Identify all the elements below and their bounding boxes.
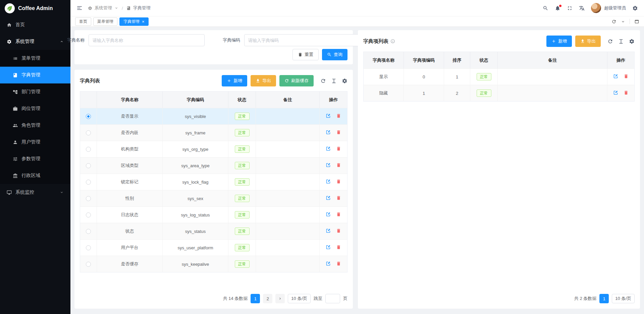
refresh-icon[interactable] bbox=[320, 78, 326, 84]
refresh-icon[interactable] bbox=[607, 39, 613, 44]
tab-tools bbox=[611, 19, 639, 24]
table-row[interactable]: 隐藏 1 2 正常 bbox=[364, 85, 634, 101]
row-radio-button[interactable] bbox=[86, 212, 91, 217]
sidebar-item-home[interactable]: 首页 bbox=[0, 16, 70, 33]
page-size-select[interactable]: 10 条/页 bbox=[612, 294, 635, 303]
sidebar-item-menu-mgmt[interactable]: 菜单管理 bbox=[0, 50, 70, 67]
delete-icon[interactable] bbox=[336, 261, 341, 267]
table-row[interactable]: 用户平台 sys_user_platform 正常 bbox=[80, 239, 347, 256]
sidebar-item-dept-mgmt[interactable]: 部门管理 bbox=[0, 83, 70, 100]
app-logo[interactable]: Coffee Admin bbox=[0, 0, 70, 16]
table-row[interactable]: 是否缓存 sys_keepalive 正常 bbox=[80, 256, 347, 272]
table-row[interactable]: 状态 sys_status 正常 bbox=[80, 223, 347, 239]
edit-icon[interactable] bbox=[613, 90, 618, 96]
query-button[interactable]: 查询 bbox=[322, 49, 347, 60]
edit-icon[interactable] bbox=[326, 212, 331, 218]
delete-icon[interactable] bbox=[624, 90, 629, 96]
edit-icon[interactable] bbox=[326, 261, 331, 267]
row-radio-button[interactable] bbox=[86, 114, 91, 119]
tab-dict-mgmt[interactable]: 字典管理× bbox=[119, 17, 149, 26]
table-row[interactable]: 机构类型 sys_org_type 正常 bbox=[80, 141, 347, 157]
row-radio-button[interactable] bbox=[86, 130, 91, 135]
sidebar-item-role-mgmt[interactable]: 角色管理 bbox=[0, 117, 70, 134]
edit-icon[interactable] bbox=[326, 195, 331, 201]
table-row[interactable]: 性别 sys_sex 正常 bbox=[80, 190, 347, 206]
delete-icon[interactable] bbox=[336, 195, 341, 201]
table-row[interactable]: 日志状态 sys_log_status 正常 bbox=[80, 206, 347, 223]
settings-gear-icon[interactable] bbox=[342, 78, 347, 84]
fullscreen-icon[interactable] bbox=[567, 5, 573, 11]
row-radio-button[interactable] bbox=[86, 196, 91, 201]
export-dict-item-button[interactable]: 导出 bbox=[575, 36, 601, 47]
delete-icon[interactable] bbox=[336, 113, 341, 119]
page-size-select[interactable]: 10 条/页 bbox=[288, 294, 311, 303]
search-icon[interactable] bbox=[543, 5, 548, 11]
page-button-1[interactable]: 1 bbox=[251, 294, 260, 303]
row-radio-button[interactable] bbox=[86, 245, 91, 250]
row-radio-button[interactable] bbox=[86, 163, 91, 168]
next-page-button[interactable] bbox=[275, 294, 285, 303]
page-button-2[interactable]: 2 bbox=[263, 294, 272, 303]
column-settings-icon[interactable] bbox=[618, 39, 624, 44]
notification-bell-icon[interactable] bbox=[555, 5, 560, 11]
tab-menu-mgmt[interactable]: 菜单管理 bbox=[93, 17, 117, 26]
edit-icon[interactable] bbox=[613, 74, 618, 80]
tab-home[interactable]: 首页 bbox=[75, 17, 91, 26]
table-row[interactable]: 锁定标记 sys_lock_flag 正常 bbox=[80, 174, 347, 190]
dict-items-title: 字典项列表 bbox=[363, 38, 388, 45]
table-row[interactable]: 显示 0 1 正常 bbox=[364, 68, 634, 85]
table-row[interactable]: 区域类型 sys_area_type 正常 bbox=[80, 157, 347, 174]
page-button-1[interactable]: 1 bbox=[599, 294, 609, 303]
delete-icon[interactable] bbox=[336, 130, 341, 136]
refresh-icon[interactable] bbox=[611, 19, 616, 24]
username[interactable]: 超级管理员 bbox=[604, 5, 626, 11]
sidebar-item-user-mgmt[interactable]: 用户管理 bbox=[0, 134, 70, 150]
info-icon[interactable] bbox=[390, 39, 395, 44]
delete-icon[interactable] bbox=[624, 74, 629, 80]
delete-icon[interactable] bbox=[336, 163, 341, 169]
row-radio-button[interactable] bbox=[86, 229, 91, 234]
breadcrumb-level1[interactable]: 系统管理 bbox=[95, 5, 112, 11]
translate-icon[interactable] bbox=[579, 5, 585, 11]
sidebar-collapse-icon[interactable] bbox=[76, 5, 83, 11]
edit-icon[interactable] bbox=[326, 228, 331, 234]
edit-icon[interactable] bbox=[326, 130, 331, 136]
delete-icon[interactable] bbox=[336, 179, 341, 185]
chevron-down-icon[interactable] bbox=[621, 19, 625, 24]
sidebar-item-post-mgmt[interactable]: 岗位管理 bbox=[0, 100, 70, 117]
add-dict-item-button[interactable]: 新增 bbox=[546, 36, 572, 47]
sidebar-item-dict-mgmt[interactable]: 字典管理 bbox=[0, 67, 70, 83]
dict-name-cell: 是否缓存 bbox=[97, 256, 163, 272]
jump-page-input[interactable] bbox=[325, 294, 340, 303]
edit-icon[interactable] bbox=[326, 113, 331, 119]
settings-gear-icon[interactable] bbox=[629, 39, 635, 44]
table-row[interactable]: 是否显示 sys_visible 正常 bbox=[80, 108, 347, 124]
row-radio-button[interactable] bbox=[86, 262, 91, 267]
settings-gear-icon[interactable] bbox=[632, 5, 638, 11]
sidebar-item-region-mgmt[interactable]: 行政区域 bbox=[0, 167, 70, 184]
sidebar-item-param-mgmt[interactable]: 参数管理 bbox=[0, 150, 70, 167]
row-radio-button[interactable] bbox=[86, 180, 91, 185]
edit-icon[interactable] bbox=[326, 179, 331, 185]
delete-icon[interactable] bbox=[336, 146, 341, 152]
reset-button[interactable]: 重置 bbox=[292, 49, 319, 60]
export-dict-button[interactable]: 导出 bbox=[251, 75, 276, 86]
sidebar-item-system-monitor[interactable]: 系统监控 bbox=[0, 184, 70, 201]
edit-icon[interactable] bbox=[326, 146, 331, 152]
layout-icon[interactable] bbox=[634, 19, 639, 24]
dict-name-input[interactable] bbox=[89, 34, 205, 46]
row-radio-button[interactable] bbox=[86, 147, 91, 152]
edit-icon[interactable] bbox=[326, 245, 331, 251]
dict-code-input[interactable] bbox=[244, 34, 360, 46]
delete-icon[interactable] bbox=[336, 245, 341, 251]
sidebar-item-system-mgmt[interactable]: 系统管理 bbox=[0, 33, 70, 50]
tab-close-icon[interactable]: × bbox=[142, 19, 145, 24]
avatar[interactable] bbox=[591, 3, 601, 13]
add-dict-button[interactable]: 新增 bbox=[222, 75, 247, 86]
refresh-cache-button[interactable]: 刷新缓存 bbox=[279, 75, 314, 86]
table-row[interactable]: 是否内嵌 sys_frame 正常 bbox=[80, 124, 347, 141]
delete-icon[interactable] bbox=[336, 228, 341, 234]
column-settings-icon[interactable] bbox=[331, 78, 337, 84]
delete-icon[interactable] bbox=[336, 212, 341, 218]
edit-icon[interactable] bbox=[326, 163, 331, 169]
